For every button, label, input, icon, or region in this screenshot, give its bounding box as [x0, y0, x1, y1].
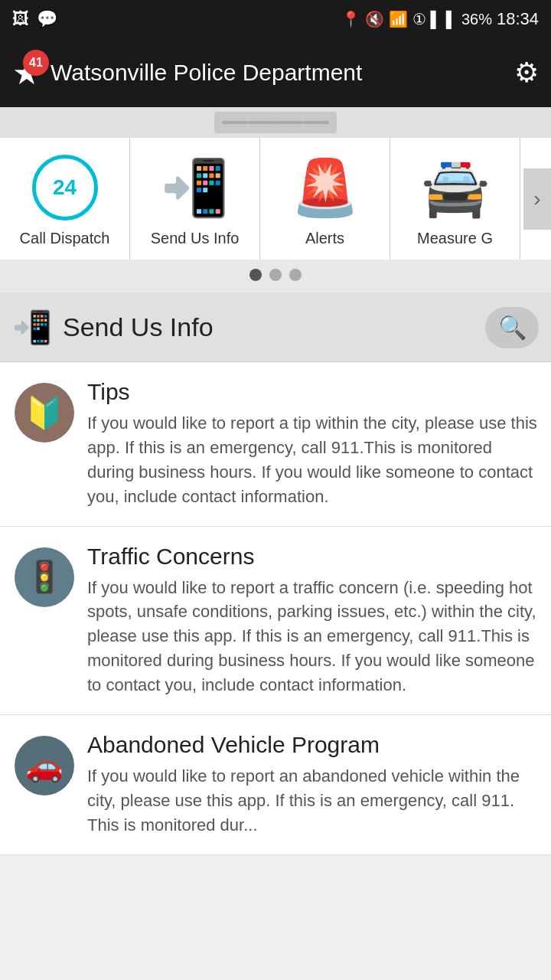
- traffic-content: Traffic Concerns If you would like to re…: [87, 544, 537, 697]
- carousel-next-chevron[interactable]: ›: [523, 168, 551, 230]
- app-title: Watsonville Police Department: [51, 60, 505, 86]
- carousel-top-bar: [0, 107, 551, 138]
- phone-hand-icon: 📲: [161, 155, 230, 220]
- carousel-area: 24 Call Dispatch 📲 Send Us Info 🚨 Alerts…: [0, 107, 551, 293]
- call-dispatch-label: Call Dispatch: [20, 230, 110, 247]
- search-button[interactable]: 🔍: [485, 307, 539, 348]
- traffic-icon-wrap: 🚦: [14, 547, 75, 608]
- abandoned-description: If you would like to report an abandoned…: [87, 764, 537, 838]
- section-header: 📲 Send Us Info 🔍: [0, 293, 551, 362]
- tab-line-3: [276, 121, 302, 124]
- signal1-icon: ▌: [431, 11, 442, 28]
- 24-text: 24: [53, 175, 77, 200]
- measure-g-label: Measure G: [417, 230, 493, 247]
- wifi-icon: 📶: [389, 10, 408, 28]
- carousel-tab-indicator: [214, 112, 337, 133]
- send-info-icon: 📲: [161, 153, 230, 222]
- tips-description: If you would like to report a tip within…: [87, 411, 537, 509]
- image-icon: 🖼: [12, 9, 29, 29]
- notification-badge: 41: [23, 50, 49, 76]
- app-header: ★ 41 Watsonville Police Department ⚙: [0, 38, 551, 107]
- section-title: Send Us Info: [63, 312, 474, 342]
- section-phone-icon: 📲: [12, 309, 52, 346]
- tab-line-4: [302, 121, 329, 124]
- abandoned-icon-wrap: 🚗: [14, 735, 75, 796]
- carousel-item-send-us-info[interactable]: 📲 Send Us Info: [130, 138, 260, 260]
- carousel-dots: [0, 260, 551, 286]
- signal2-icon: ▌: [446, 11, 457, 28]
- measure-g-icon: 🚔: [421, 153, 490, 222]
- traffic-description: If you would like to report a traffic co…: [87, 576, 537, 697]
- send-us-info-label: Send Us Info: [151, 230, 240, 247]
- location-icon: 📍: [341, 10, 360, 28]
- alerts-icon: 🚨: [291, 153, 360, 222]
- carousel-item-measure-g[interactable]: 🚔 Measure G: [390, 138, 520, 260]
- list-item-abandoned-vehicle[interactable]: 🚗 Abandoned Vehicle Program If you would…: [0, 715, 551, 855]
- list-item-traffic-concerns[interactable]: 🚦 Traffic Concerns If you would like to …: [0, 527, 551, 715]
- settings-gear-icon[interactable]: ⚙: [514, 57, 539, 89]
- wechat-icon: 💬: [37, 9, 57, 29]
- vehicle-emoji: 🚗: [25, 748, 64, 784]
- sim-icon: ①: [412, 10, 426, 28]
- tips-icon-wrap: 🔰: [14, 382, 75, 443]
- tab-line-2: [249, 121, 276, 124]
- time-display: 18:34: [497, 9, 539, 29]
- 24hr-circle-icon: 24: [32, 155, 98, 220]
- police-badge-icon: 🔰: [15, 383, 74, 443]
- status-left-icons: 🖼 💬: [12, 9, 57, 29]
- carousel-dot-1[interactable]: [249, 269, 262, 281]
- status-right-icons: 📍 🔇 📶 ① ▌ ▌ 36% 18:34: [341, 9, 539, 29]
- tips-title: Tips: [87, 379, 537, 405]
- search-icon: 🔍: [498, 314, 527, 341]
- carousel-dot-2[interactable]: [269, 269, 282, 281]
- abandoned-title: Abandoned Vehicle Program: [87, 732, 537, 758]
- list-area: 🔰 Tips If you would like to report a tip…: [0, 362, 551, 855]
- call-dispatch-icon: 24: [31, 153, 99, 222]
- list-item-tips[interactable]: 🔰 Tips If you would like to report a tip…: [0, 362, 551, 527]
- star-badge-wrap[interactable]: ★ 41: [12, 54, 41, 92]
- battery-text: 36%: [461, 11, 492, 28]
- status-bar: 🖼 💬 📍 🔇 📶 ① ▌ ▌ 36% 18:34: [0, 0, 551, 38]
- abandoned-vehicle-icon: 🚗: [15, 736, 74, 795]
- tab-line-1: [222, 121, 249, 124]
- police-car-icon: 🚔: [421, 155, 490, 220]
- carousel-item-call-dispatch[interactable]: 24 Call Dispatch: [0, 138, 130, 260]
- abandoned-content: Abandoned Vehicle Program If you would l…: [87, 732, 537, 838]
- mute-icon: 🔇: [365, 10, 384, 28]
- alarm-icon: 🚨: [291, 155, 360, 220]
- traffic-emoji: 🚦: [25, 559, 64, 595]
- carousel-dot-3[interactable]: [289, 269, 302, 281]
- alerts-label: Alerts: [305, 230, 344, 247]
- tips-content: Tips If you would like to report a tip w…: [87, 379, 537, 509]
- traffic-title: Traffic Concerns: [87, 544, 537, 570]
- traffic-photo-icon: 🚦: [15, 547, 74, 607]
- badge-emoji: 🔰: [25, 395, 64, 431]
- carousel-item-alerts[interactable]: 🚨 Alerts: [260, 138, 390, 260]
